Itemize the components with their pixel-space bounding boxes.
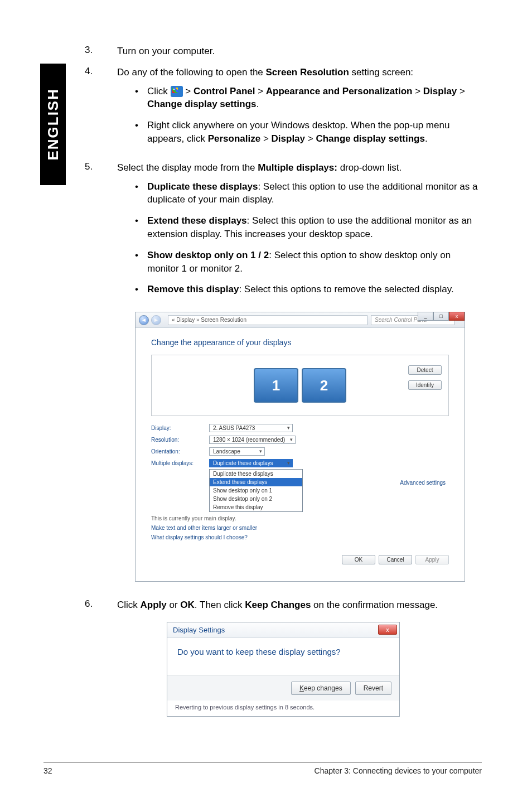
s6-d: OK [180, 600, 195, 610]
main-display-note: This is currently your main display. [151, 515, 449, 521]
dropdown-option-extend[interactable]: Extend these displays [210, 478, 302, 486]
step-5-bullet-3: Show desktop only on 1 / 2: Select this … [135, 249, 482, 276]
nav-forward-icon[interactable]: ► [151, 315, 161, 325]
s6-e: . Then click [195, 600, 245, 610]
s4b2-p2: Display [272, 133, 305, 144]
window-titlebar: ◄ ► « Display » Screen Resolution Search… [136, 312, 465, 328]
s4b1-cp: Control Panel [194, 86, 255, 96]
s4b1-ap: Appearance and Personalization [266, 86, 413, 96]
step-4-bullet-2: Right click anywhere on your Windows des… [135, 119, 482, 146]
monitor-preview-area[interactable]: 1 2 Detect Identify [151, 355, 449, 416]
s4b2-p1: Personalize [208, 133, 261, 144]
s6-b: Apply [141, 600, 167, 610]
screen-resolution-window: _ □ x ◄ ► « Display » Screen Resolution … [135, 312, 465, 582]
step-3-text: Turn on your computer. [117, 45, 482, 58]
s4b2-sep2: > [305, 133, 316, 144]
resolution-combo[interactable]: 1280 × 1024 (recommended) [209, 436, 296, 444]
s4b1-dp: Display [423, 86, 457, 96]
s5-intro-a: Select the display mode from the [117, 162, 258, 173]
dropdown-option-only-1[interactable]: Show desktop only on 1 [210, 486, 302, 495]
s5b1-t: Duplicate these displays [147, 181, 258, 192]
window-controls: _ □ x [418, 312, 465, 321]
make-text-larger-link[interactable]: Make text and other items larger or smal… [151, 525, 449, 531]
step-4-number: 4. [85, 66, 117, 153]
detect-button[interactable]: Detect [408, 365, 442, 375]
sidebar-language-tab: ENGLISH [40, 64, 66, 185]
minimize-button[interactable]: _ [418, 312, 433, 321]
s4b1-sep1: > [183, 86, 194, 96]
s4b2-sep1: > [260, 133, 271, 144]
step-5-body: Select the display mode from the Multipl… [117, 161, 482, 304]
s4b1-sep4: > [457, 86, 465, 96]
s5b4-t: Remove this display [147, 284, 239, 294]
apply-button[interactable]: Apply [415, 555, 449, 564]
step-4-body: Do any of the following to open the Scre… [117, 66, 482, 153]
step-4-intro-a: Do any of the following to open the [117, 67, 266, 78]
keep-changes-label: eep changes [304, 684, 342, 692]
close-button[interactable]: x [449, 312, 465, 321]
windows-start-icon [171, 86, 183, 97]
dropdown-option-remove[interactable]: Remove this display [210, 503, 302, 511]
address-bar[interactable]: « Display » Screen Resolution [168, 315, 367, 325]
dialog-question: Do you want to keep these display settin… [177, 647, 389, 656]
s5-intro-b: Multiple displays: [258, 162, 337, 173]
s4b2-dot: . [425, 133, 428, 144]
advanced-settings-link[interactable]: Advanced settings [400, 480, 446, 486]
s5b3-t: Show desktop only on 1 / 2 [147, 250, 269, 260]
identify-button[interactable]: Identify [408, 380, 442, 390]
s6-c: or [167, 600, 181, 610]
what-settings-link[interactable]: What display settings should I choose? [151, 534, 449, 540]
s4b1-dot: . [257, 99, 259, 109]
step-6-body: Click Apply or OK. Then click Keep Chang… [117, 598, 482, 612]
chapter-label: Chapter 3: Connecting devices to your co… [315, 766, 482, 775]
dropdown-option-duplicate[interactable]: Duplicate these displays [210, 470, 302, 478]
s6-g: on the confirmation message. [311, 600, 438, 610]
s5b2-t: Extend these displays [147, 215, 247, 226]
s4b1-cs: Change display settings [147, 99, 257, 109]
resolution-label: Resolution: [151, 437, 202, 443]
page-heading: Change the appearance of your displays [151, 338, 449, 347]
display-combo[interactable]: 2. ASUS PA4273 [209, 424, 293, 432]
step-4-intro-c: setting screen: [349, 67, 413, 78]
step-5-bullet-4: Remove this display: Select this options… [135, 283, 482, 296]
keep-changes-button[interactable]: Keep changes [291, 682, 351, 695]
s4b1-sep3: > [412, 86, 423, 96]
s5b4-x: : Select this options to remove the sele… [239, 284, 453, 294]
dropdown-option-only-2[interactable]: Show desktop only on 2 [210, 495, 302, 503]
step-5-bullet-1: Duplicate these displays: Select this op… [135, 180, 482, 207]
dialog-titlebar: Display Settings x [167, 622, 399, 638]
step-4-intro-bold: Screen Resolution [266, 67, 349, 78]
s4b1-a: Click [147, 86, 171, 96]
s4b1-sep2: > [255, 86, 265, 96]
display-settings-dialog: Display Settings x Do you want to keep t… [167, 622, 400, 717]
maximize-button[interactable]: □ [433, 312, 449, 321]
s4b2-p3: Change display settings [316, 133, 425, 144]
orientation-combo[interactable]: Landscape [209, 447, 265, 456]
step-5-number: 5. [85, 161, 117, 304]
dialog-footer-text: Reverting to previous display settings i… [167, 700, 399, 716]
page-number: 32 [43, 766, 52, 775]
sidebar-language-label: ENGLISH [45, 88, 62, 161]
s6-a: Click [117, 600, 141, 610]
monitor-2-icon[interactable]: 2 [302, 368, 346, 403]
multiple-displays-dropdown[interactable]: Duplicate these displays Extend these di… [209, 469, 303, 512]
revert-button[interactable]: Revert [355, 682, 391, 695]
ok-button[interactable]: OK [342, 555, 375, 564]
cancel-button[interactable]: Cancel [379, 555, 412, 564]
monitor-1-icon[interactable]: 1 [254, 368, 298, 403]
step-6-number: 6. [85, 598, 117, 612]
step-4-bullet-1: Click > Control Panel > Appearance and P… [135, 85, 482, 112]
s6-f: Keep Changes [245, 600, 311, 610]
multiple-displays-combo[interactable]: Duplicate these displays [209, 459, 293, 467]
s5-intro-c: drop-down list. [337, 162, 402, 173]
step-5-bullet-2: Extend these displays: Select this optio… [135, 214, 482, 241]
page-footer: 32 Chapter 3: Connecting devices to your… [43, 762, 482, 775]
nav-back-icon[interactable]: ◄ [139, 315, 149, 325]
orientation-label: Orientation: [151, 448, 202, 455]
step-3-number: 3. [85, 45, 117, 58]
multiple-displays-label: Multiple displays: [151, 460, 202, 466]
dialog-title-text: Display Settings [173, 626, 225, 634]
dialog-close-button[interactable]: x [378, 625, 397, 635]
display-label: Display: [151, 425, 202, 431]
